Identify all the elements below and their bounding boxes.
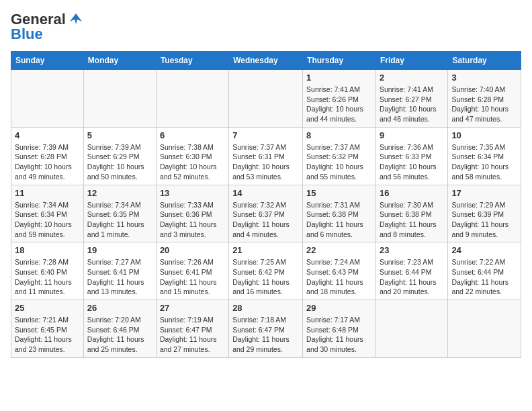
day-cell: 5Sunrise: 7:39 AM Sunset: 6:29 PM Daylig… [83, 127, 156, 185]
day-cell [448, 300, 521, 358]
day-number: 28 [232, 303, 299, 313]
day-number: 21 [232, 245, 299, 255]
day-number: 26 [87, 303, 152, 313]
day-number: 7 [232, 130, 299, 140]
day-cell: 23Sunrise: 7:23 AM Sunset: 6:44 PM Dayli… [375, 242, 447, 300]
day-detail: Sunrise: 7:19 AM Sunset: 6:47 PM Dayligh… [160, 315, 225, 355]
day-cell: 18Sunrise: 7:28 AM Sunset: 6:40 PM Dayli… [11, 242, 84, 300]
day-detail: Sunrise: 7:39 AM Sunset: 6:29 PM Dayligh… [87, 142, 152, 182]
day-cell: 8Sunrise: 7:37 AM Sunset: 6:32 PM Daylig… [303, 127, 376, 185]
day-number: 16 [380, 188, 444, 198]
day-detail: Sunrise: 7:37 AM Sunset: 6:31 PM Dayligh… [232, 142, 299, 182]
day-number: 29 [306, 303, 372, 313]
day-cell: 17Sunrise: 7:29 AM Sunset: 6:39 PM Dayli… [448, 185, 521, 242]
day-number: 3 [451, 73, 517, 83]
day-number: 27 [160, 303, 225, 313]
logo-blue-text: Blue [11, 26, 43, 43]
day-cell: 1Sunrise: 7:41 AM Sunset: 6:26 PM Daylig… [303, 70, 376, 128]
day-detail: Sunrise: 7:34 AM Sunset: 6:34 PM Dayligh… [15, 200, 80, 240]
day-cell [156, 70, 228, 128]
day-detail: Sunrise: 7:30 AM Sunset: 6:38 PM Dayligh… [380, 200, 444, 240]
day-detail: Sunrise: 7:32 AM Sunset: 6:37 PM Dayligh… [232, 200, 299, 240]
day-cell: 10Sunrise: 7:35 AM Sunset: 6:34 PM Dayli… [448, 127, 521, 185]
weekday-header-tuesday: Tuesday [156, 52, 228, 70]
day-detail: Sunrise: 7:25 AM Sunset: 6:42 PM Dayligh… [232, 257, 299, 297]
day-number: 15 [306, 188, 372, 198]
day-cell: 9Sunrise: 7:36 AM Sunset: 6:33 PM Daylig… [375, 127, 447, 185]
week-row-5: 25Sunrise: 7:21 AM Sunset: 6:45 PM Dayli… [11, 300, 521, 358]
day-cell: 19Sunrise: 7:27 AM Sunset: 6:41 PM Dayli… [83, 242, 156, 300]
day-cell: 2Sunrise: 7:41 AM Sunset: 6:27 PM Daylig… [375, 70, 447, 128]
day-detail: Sunrise: 7:22 AM Sunset: 6:44 PM Dayligh… [451, 257, 517, 297]
day-number: 5 [87, 130, 152, 140]
day-cell: 22Sunrise: 7:24 AM Sunset: 6:43 PM Dayli… [303, 242, 376, 300]
day-number: 14 [232, 188, 299, 198]
day-cell: 15Sunrise: 7:31 AM Sunset: 6:38 PM Dayli… [303, 185, 376, 242]
day-cell: 24Sunrise: 7:22 AM Sunset: 6:44 PM Dayli… [448, 242, 521, 300]
weekday-header-friday: Friday [375, 52, 447, 70]
day-number: 11 [15, 188, 80, 198]
day-cell [375, 300, 447, 358]
day-cell: 4Sunrise: 7:39 AM Sunset: 6:28 PM Daylig… [11, 127, 84, 185]
day-detail: Sunrise: 7:35 AM Sunset: 6:34 PM Dayligh… [451, 142, 517, 182]
day-cell: 20Sunrise: 7:26 AM Sunset: 6:41 PM Dayli… [156, 242, 228, 300]
day-detail: Sunrise: 7:26 AM Sunset: 6:41 PM Dayligh… [160, 257, 225, 297]
day-detail: Sunrise: 7:37 AM Sunset: 6:32 PM Dayligh… [306, 142, 372, 182]
day-cell [83, 70, 156, 128]
day-number: 18 [15, 245, 80, 255]
day-cell: 26Sunrise: 7:20 AM Sunset: 6:46 PM Dayli… [83, 300, 156, 358]
day-cell: 12Sunrise: 7:34 AM Sunset: 6:35 PM Dayli… [83, 185, 156, 242]
page-header: General Blue [11, 11, 521, 43]
weekday-header-wednesday: Wednesday [229, 52, 303, 70]
day-detail: Sunrise: 7:20 AM Sunset: 6:46 PM Dayligh… [87, 315, 152, 355]
day-detail: Sunrise: 7:34 AM Sunset: 6:35 PM Dayligh… [87, 200, 152, 240]
day-number: 24 [451, 245, 517, 255]
day-detail: Sunrise: 7:41 AM Sunset: 6:27 PM Dayligh… [380, 85, 444, 124]
day-cell: 13Sunrise: 7:33 AM Sunset: 6:36 PM Dayli… [156, 185, 228, 242]
weekday-header-sunday: Sunday [11, 52, 84, 70]
day-number: 1 [306, 73, 372, 83]
day-detail: Sunrise: 7:38 AM Sunset: 6:30 PM Dayligh… [160, 142, 225, 182]
day-number: 19 [87, 245, 152, 255]
day-cell: 14Sunrise: 7:32 AM Sunset: 6:37 PM Dayli… [229, 185, 303, 242]
day-detail: Sunrise: 7:23 AM Sunset: 6:44 PM Dayligh… [380, 257, 444, 297]
day-cell: 7Sunrise: 7:37 AM Sunset: 6:31 PM Daylig… [229, 127, 303, 185]
day-cell: 25Sunrise: 7:21 AM Sunset: 6:45 PM Dayli… [11, 300, 84, 358]
weekday-header-saturday: Saturday [448, 52, 521, 70]
day-number: 8 [306, 130, 372, 140]
week-row-4: 18Sunrise: 7:28 AM Sunset: 6:40 PM Dayli… [11, 242, 521, 300]
day-number: 20 [160, 245, 225, 255]
day-cell [11, 70, 84, 128]
day-number: 13 [160, 188, 225, 198]
day-number: 17 [451, 188, 517, 198]
day-cell: 28Sunrise: 7:18 AM Sunset: 6:47 PM Dayli… [229, 300, 303, 358]
day-cell: 6Sunrise: 7:38 AM Sunset: 6:30 PM Daylig… [156, 127, 228, 185]
weekday-header-thursday: Thursday [303, 52, 376, 70]
day-detail: Sunrise: 7:33 AM Sunset: 6:36 PM Dayligh… [160, 200, 225, 240]
day-cell: 29Sunrise: 7:17 AM Sunset: 6:48 PM Dayli… [303, 300, 376, 358]
day-detail: Sunrise: 7:24 AM Sunset: 6:43 PM Dayligh… [306, 257, 372, 297]
day-number: 4 [15, 130, 80, 140]
week-row-2: 4Sunrise: 7:39 AM Sunset: 6:28 PM Daylig… [11, 127, 521, 185]
day-detail: Sunrise: 7:41 AM Sunset: 6:26 PM Dayligh… [306, 85, 372, 124]
day-cell: 3Sunrise: 7:40 AM Sunset: 6:28 PM Daylig… [448, 70, 521, 128]
day-number: 25 [15, 303, 80, 313]
day-number: 12 [87, 188, 152, 198]
day-number: 10 [451, 130, 517, 140]
day-cell: 11Sunrise: 7:34 AM Sunset: 6:34 PM Dayli… [11, 185, 84, 242]
week-row-1: 1Sunrise: 7:41 AM Sunset: 6:26 PM Daylig… [11, 70, 521, 128]
logo: General Blue [11, 11, 83, 43]
logo-bird-icon [69, 12, 83, 27]
day-detail: Sunrise: 7:36 AM Sunset: 6:33 PM Dayligh… [380, 142, 444, 182]
day-number: 2 [380, 73, 444, 83]
day-number: 9 [380, 130, 444, 140]
day-cell [229, 70, 303, 128]
calendar-table: SundayMondayTuesdayWednesdayThursdayFrid… [11, 51, 521, 358]
day-detail: Sunrise: 7:29 AM Sunset: 6:39 PM Dayligh… [451, 200, 517, 240]
day-cell: 16Sunrise: 7:30 AM Sunset: 6:38 PM Dayli… [375, 185, 447, 242]
week-row-3: 11Sunrise: 7:34 AM Sunset: 6:34 PM Dayli… [11, 185, 521, 242]
header-row: SundayMondayTuesdayWednesdayThursdayFrid… [11, 52, 521, 70]
day-detail: Sunrise: 7:39 AM Sunset: 6:28 PM Dayligh… [15, 142, 80, 182]
day-number: 6 [160, 130, 225, 140]
day-cell: 27Sunrise: 7:19 AM Sunset: 6:47 PM Dayli… [156, 300, 228, 358]
